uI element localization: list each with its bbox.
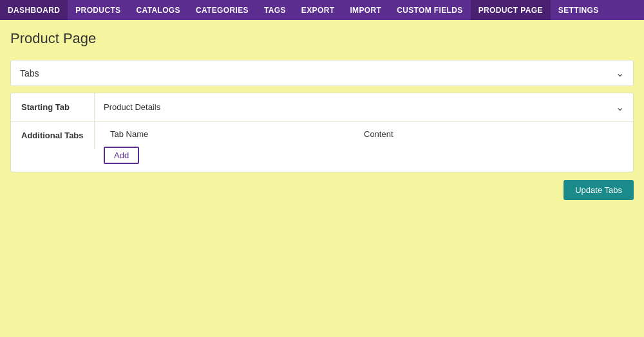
- main-content: Product Page Tabs ⌄ Starting Tab Product…: [0, 20, 644, 337]
- tabs-section: Tabs ⌄: [10, 60, 634, 86]
- starting-tab-chevron-icon: ⌄: [616, 101, 624, 113]
- nav-products[interactable]: PRODUCTS: [68, 0, 128, 20]
- tabs-columns-header: Tab Name Content: [104, 129, 624, 139]
- add-tab-button[interactable]: Add: [104, 147, 139, 164]
- action-bar: Update Tabs: [10, 172, 634, 200]
- tabs-section-header[interactable]: Tabs ⌄: [11, 60, 633, 86]
- starting-tab-label: Starting Tab: [11, 93, 95, 121]
- nav-dashboard[interactable]: DASHBOARD: [0, 0, 68, 20]
- nav-tags[interactable]: TAGS: [256, 0, 294, 20]
- nav-custom-fields[interactable]: CUSTOM FIELDS: [389, 0, 470, 20]
- col-content-header: Content: [364, 129, 618, 139]
- tabs-inner-card: Starting Tab Product Details ⌄ Additiona…: [10, 93, 634, 172]
- page-title: Product Page: [10, 30, 634, 47]
- additional-tabs-row: Additional Tabs Tab Name Content Add: [11, 122, 633, 172]
- col-tab-name-header: Tab Name: [110, 129, 364, 139]
- starting-tab-row: Starting Tab Product Details ⌄: [11, 93, 633, 122]
- nav-categories[interactable]: CATEGORIES: [188, 0, 256, 20]
- tabs-chevron-icon: ⌄: [616, 67, 624, 79]
- nav-export[interactable]: EXPORT: [294, 0, 343, 20]
- update-tabs-button[interactable]: Update Tabs: [564, 180, 634, 200]
- additional-tabs-label: Additional Tabs: [11, 122, 95, 149]
- starting-tab-value: Product Details: [104, 102, 160, 112]
- nav-settings[interactable]: SETTINGS: [551, 0, 607, 20]
- additional-tabs-content: Tab Name Content Add: [95, 122, 633, 172]
- main-nav: DASHBOARD PRODUCTS CATALOGS CATEGORIES T…: [0, 0, 644, 20]
- tabs-section-label: Tabs: [20, 68, 39, 78]
- nav-import[interactable]: IMPORT: [342, 0, 389, 20]
- starting-tab-content[interactable]: Product Details ⌄: [95, 95, 633, 120]
- nav-catalogs[interactable]: CATALOGS: [128, 0, 187, 20]
- nav-product-page[interactable]: PRODUCT PAGE: [471, 0, 551, 20]
